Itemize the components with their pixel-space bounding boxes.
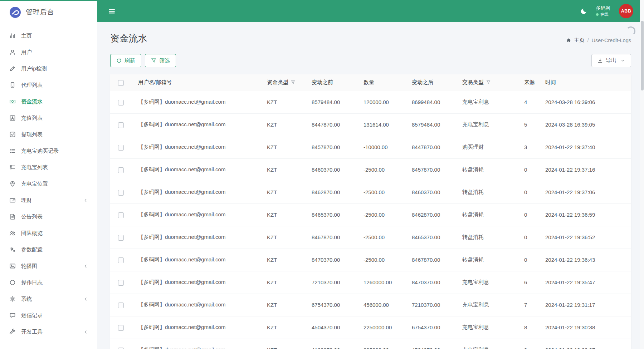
cell-source: 6 xyxy=(521,271,542,294)
select-all-cell xyxy=(110,74,135,91)
topbar-right: 多码网 在线 ABB xyxy=(580,4,634,18)
refresh-button[interactable]: 刷新 xyxy=(110,54,141,67)
breadcrumb-home-link[interactable]: 主页 xyxy=(574,37,585,44)
cell-user: 【多码网】duomacc.net@gmail.com xyxy=(135,158,264,181)
table-row: 【多码网】duomacc.net@gmail.comKZT8460370.00-… xyxy=(110,158,631,181)
chart-bar-icon xyxy=(9,33,16,39)
sidebar-item-users[interactable]: 用户 xyxy=(0,44,97,60)
cell-amount: -2500.00 xyxy=(361,203,409,226)
cell-type: 充电宝利息 xyxy=(459,339,521,349)
sidebar-item-operation-logs[interactable]: 操作日志 xyxy=(0,274,97,291)
cell-time: 2024-01-22 19:30:38 xyxy=(542,316,631,339)
cell-after: 8457870.00 xyxy=(409,158,459,181)
cell-amount: 395000.00 xyxy=(361,339,409,349)
row-checkbox-cell xyxy=(110,91,135,113)
cell-after: 8460370.00 xyxy=(409,181,459,203)
sidebar-item-sms-records[interactable]: 短信记录 xyxy=(0,307,97,324)
dark-mode-toggle[interactable] xyxy=(580,8,587,15)
sidebar-item-system[interactable]: 系统 xyxy=(0,291,97,307)
column-filter-icon[interactable] xyxy=(486,80,491,84)
sidebar-item-home[interactable]: 主页 xyxy=(0,28,97,44)
row-checkbox-cell xyxy=(110,339,135,349)
sidebar-item-powerbank-purchases[interactable]: 充电宝购买记录 xyxy=(0,143,97,159)
cell-currency: KZT xyxy=(264,181,309,203)
mobile-icon xyxy=(9,82,16,88)
cell-source: 9 xyxy=(521,339,542,349)
sidebar-item-dev-tools[interactable]: 开发工具 xyxy=(0,324,97,340)
cell-time: 2024-01-22 19:35:47 xyxy=(542,271,631,294)
row-checkbox-cell xyxy=(110,294,135,316)
cell-amount: 131614.00 xyxy=(361,113,409,136)
cell-type: 充电宝利息 xyxy=(459,271,521,294)
row-checkbox[interactable] xyxy=(118,212,124,218)
cell-time: 2024-01-22 19:36:52 xyxy=(542,226,631,249)
cell-currency: KZT xyxy=(264,113,309,136)
map-pin-icon xyxy=(9,181,16,187)
row-checkbox[interactable] xyxy=(118,348,124,349)
table-row: 【多码网】duomacc.net@gmail.comKZT4109370.003… xyxy=(110,339,631,349)
sidebar-item-finance[interactable]: 理财 xyxy=(0,192,97,208)
sidebar-item-announcements[interactable]: 公告列表 xyxy=(0,208,97,225)
main-column: 多码网 在线 ABB 资金流水 主页 / User-Credit-Logs xyxy=(97,0,644,349)
row-checkbox[interactable] xyxy=(118,303,124,308)
row-checkbox[interactable] xyxy=(118,122,124,128)
filter-button[interactable]: 筛选 xyxy=(145,54,176,67)
row-checkbox[interactable] xyxy=(118,280,124,286)
sidebar-item-user-ip-check[interactable]: 用户ip检测 xyxy=(0,60,97,77)
cell-before: 8457870.00 xyxy=(309,136,361,158)
column-label: 时间 xyxy=(545,79,556,85)
wallet-icon xyxy=(9,197,16,203)
menu-toggle-button[interactable] xyxy=(108,8,116,15)
row-checkbox-cell xyxy=(110,158,135,181)
toolbar: 刷新 筛选 导出 xyxy=(110,54,631,67)
cell-before: 4504370.00 xyxy=(309,316,361,339)
sidebar-item-powerbank-list[interactable]: 充电宝列表 xyxy=(0,159,97,176)
row-checkbox[interactable] xyxy=(118,235,124,241)
sidebar-item-parameters[interactable]: 参数配置 xyxy=(0,241,97,258)
select-all-checkbox[interactable] xyxy=(118,80,124,86)
cell-before: 8460370.00 xyxy=(309,158,361,181)
cell-user: 【多码网】duomacc.net@gmail.com xyxy=(135,91,264,113)
row-checkbox[interactable] xyxy=(118,325,124,331)
cell-after: 8699484.00 xyxy=(409,91,459,113)
app-root: 管理后台 主页用户用户ip检测代理列表资金流水充值列表提现列表充电宝购买记录充电… xyxy=(0,0,644,349)
cell-currency: KZT xyxy=(264,91,309,113)
row-checkbox[interactable] xyxy=(118,257,124,263)
cell-time: 2024-01-22 19:37:40 xyxy=(542,136,631,158)
cell-currency: KZT xyxy=(264,158,309,181)
column-label: 来源 xyxy=(524,79,535,85)
cell-source: 0 xyxy=(521,158,542,181)
sidebar-item-credit-logs[interactable]: 资金流水 xyxy=(0,93,97,110)
sidebar-item-carousel[interactable]: 轮播图 xyxy=(0,258,97,274)
sidebar-item-withdraw-list[interactable]: 提现列表 xyxy=(0,126,97,143)
column-header: 数量 xyxy=(361,74,409,91)
sidebar-item-team-overview[interactable]: 团队概览 xyxy=(0,225,97,241)
page-title: 资金流水 xyxy=(110,32,147,45)
row-checkbox[interactable] xyxy=(118,190,124,196)
sidebar-item-recharge-list[interactable]: 充值列表 xyxy=(0,110,97,126)
cell-amount: 2250000.00 xyxy=(361,316,409,339)
sidebar-item-label: 资金流水 xyxy=(21,98,43,105)
export-button[interactable]: 导出 xyxy=(591,54,631,67)
sidebar-item-label: 代理列表 xyxy=(21,82,43,89)
table-row: 【多码网】duomacc.net@gmail.comKZT4504370.002… xyxy=(110,316,631,339)
sidebar-item-powerbank-location[interactable]: 充电宝位置 xyxy=(0,176,97,192)
user-avatar[interactable]: ABB xyxy=(619,4,633,18)
cell-currency: KZT xyxy=(264,226,309,249)
row-checkbox-cell xyxy=(110,271,135,294)
table-row: 【多码网】duomacc.net@gmail.comKZT8579484.001… xyxy=(110,91,631,113)
row-checkbox[interactable] xyxy=(118,100,124,105)
breadcrumb-separator: / xyxy=(587,38,589,43)
page-content: 资金流水 主页 / User-Credit-Logs 刷新 筛选 xyxy=(97,22,644,349)
column-filter-icon[interactable] xyxy=(291,80,295,84)
cell-amount: -2500.00 xyxy=(361,181,409,203)
sidebar-item-label: 充电宝位置 xyxy=(21,181,48,187)
cell-user: 【多码网】duomacc.net@gmail.com xyxy=(135,226,264,249)
scrollbar-thumb[interactable] xyxy=(641,21,644,90)
table-row: 【多码网】duomacc.net@gmail.comKZT8447870.001… xyxy=(110,113,631,136)
cell-currency: KZT xyxy=(264,203,309,226)
row-checkbox[interactable] xyxy=(118,145,124,151)
row-checkbox[interactable] xyxy=(118,167,124,173)
sidebar-item-agent-list[interactable]: 代理列表 xyxy=(0,77,97,93)
sidebar-item-label: 理财 xyxy=(21,197,32,204)
